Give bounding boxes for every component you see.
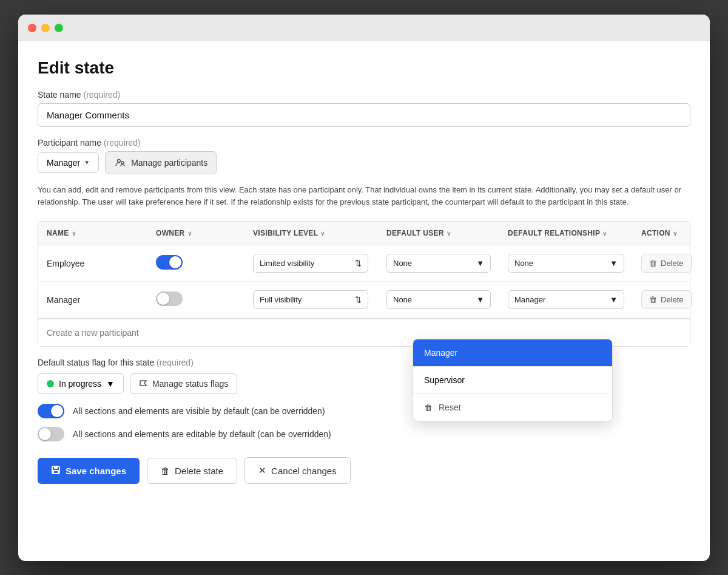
editable-toggle-row: All sections and elements are editable b… bbox=[38, 427, 690, 441]
svg-point-0 bbox=[118, 159, 121, 162]
save-button[interactable]: Save changes bbox=[38, 458, 140, 484]
participant-row: Manager ▼ Manage participants bbox=[38, 151, 690, 174]
row-name: Manager bbox=[38, 287, 147, 313]
minimize-button[interactable] bbox=[41, 24, 50, 32]
svg-point-1 bbox=[121, 162, 124, 164]
status-dot-icon bbox=[47, 380, 54, 387]
table-row: Employee Limited visibility ⇅ bbox=[38, 245, 690, 282]
sort-icon[interactable]: ∨ bbox=[602, 230, 607, 237]
trash-icon: 🗑 bbox=[649, 259, 657, 268]
participant-dropdown[interactable]: Manager ▼ bbox=[38, 152, 99, 173]
default-user-dropdown[interactable]: None ▼ bbox=[386, 290, 491, 309]
chevron-down-icon: ▼ bbox=[84, 159, 90, 166]
trash-icon: 🗑 bbox=[424, 403, 433, 412]
default-relationship-dropdown[interactable]: None ▼ bbox=[508, 254, 624, 273]
application-window: Edit state State name (required) Partici… bbox=[18, 15, 710, 561]
col-action: ACTION ∨ bbox=[633, 222, 710, 245]
participants-table: NAME ∨ OWNER ∨ VISIBILITY LEVEL ∨ DEFAUL… bbox=[38, 221, 690, 347]
svg-rect-4 bbox=[53, 471, 58, 474]
manage-flags-button[interactable]: Manage status flags bbox=[130, 373, 237, 394]
maximize-button[interactable] bbox=[55, 24, 63, 32]
default-user-dropdown[interactable]: None ▼ bbox=[386, 254, 491, 273]
sort-icon[interactable]: ∨ bbox=[187, 230, 192, 237]
row-visibility: Full visibility ⇅ bbox=[244, 282, 378, 318]
users-icon bbox=[114, 157, 126, 169]
table-header: NAME ∨ OWNER ∨ VISIBILITY LEVEL ∨ DEFAUL… bbox=[38, 222, 690, 245]
delete-button[interactable]: 🗑 Delete bbox=[641, 290, 692, 309]
row-action: 🗑 Delete bbox=[633, 282, 710, 318]
bottom-actions: Save changes 🗑 Delete state ✕ Cancel cha… bbox=[38, 457, 690, 484]
svg-rect-3 bbox=[54, 466, 58, 469]
chevron-down-icon: ▼ bbox=[610, 259, 618, 268]
state-name-label: State name (required) bbox=[38, 90, 690, 100]
visibility-select[interactable]: Limited visibility ⇅ bbox=[253, 254, 368, 273]
chevron-down-icon: ▼ bbox=[106, 379, 115, 389]
col-owner: OWNER ∨ bbox=[147, 222, 244, 245]
editable-toggle[interactable] bbox=[38, 427, 64, 441]
sort-icon[interactable]: ∨ bbox=[320, 230, 325, 237]
relationship-dropdown-menu: Manager Supervisor 🗑 Reset bbox=[413, 339, 613, 421]
cancel-button[interactable]: ✕ Cancel changes bbox=[244, 457, 351, 484]
col-name: NAME ∨ bbox=[38, 222, 147, 245]
sort-icon[interactable]: ∨ bbox=[447, 230, 451, 237]
chevron-down-icon: ▼ bbox=[610, 295, 618, 304]
row-default-user: None ▼ bbox=[378, 245, 499, 281]
row-default-relationship: None ▼ bbox=[499, 245, 633, 281]
col-default-relationship: DEFAULT RELATIONSHIP ∨ bbox=[499, 222, 633, 245]
visibility-toggle[interactable] bbox=[38, 404, 64, 418]
row-action: 🗑 Delete bbox=[633, 245, 710, 281]
owner-toggle[interactable] bbox=[156, 255, 183, 270]
dropdown-item-reset[interactable]: 🗑 Reset bbox=[413, 394, 612, 421]
page-content: Edit state State name (required) Partici… bbox=[18, 41, 710, 502]
row-visibility: Limited visibility ⇅ bbox=[244, 245, 378, 281]
flag-icon bbox=[139, 379, 147, 388]
state-name-input[interactable] bbox=[38, 103, 690, 127]
page-title: Edit state bbox=[38, 58, 690, 78]
spin-icon: ⇅ bbox=[355, 259, 362, 268]
row-owner bbox=[147, 283, 244, 316]
dropdown-item-supervisor[interactable]: Supervisor bbox=[413, 367, 612, 393]
col-default-user: DEFAULT USER ∨ bbox=[378, 222, 499, 245]
sort-icon[interactable]: ∨ bbox=[673, 230, 677, 237]
save-icon bbox=[51, 465, 61, 477]
close-button[interactable] bbox=[28, 24, 36, 32]
status-dropdown[interactable]: In progress ▼ bbox=[38, 373, 124, 394]
owner-toggle[interactable] bbox=[156, 291, 183, 306]
dropdown-item-manager[interactable]: Manager bbox=[413, 339, 612, 366]
manage-participants-button[interactable]: Manage participants bbox=[105, 151, 217, 174]
delete-button[interactable]: 🗑 Delete bbox=[641, 254, 692, 273]
col-visibility: VISIBILITY LEVEL ∨ bbox=[244, 222, 378, 245]
row-owner bbox=[147, 247, 244, 280]
chevron-down-icon: ▼ bbox=[476, 295, 484, 304]
visibility-select[interactable]: Full visibility ⇅ bbox=[253, 290, 368, 309]
title-bar bbox=[18, 15, 710, 41]
default-relationship-dropdown[interactable]: Manager ▼ bbox=[508, 290, 624, 309]
row-name: Employee bbox=[38, 250, 147, 277]
delete-state-button[interactable]: 🗑 Delete state bbox=[147, 458, 237, 484]
chevron-down-icon: ▼ bbox=[476, 259, 484, 268]
participant-name-label: Participant name (required) bbox=[38, 138, 690, 148]
sort-icon[interactable]: ∨ bbox=[72, 230, 76, 237]
row-default-relationship: Manager ▼ bbox=[499, 282, 633, 318]
close-icon: ✕ bbox=[258, 465, 266, 476]
trash-icon: 🗑 bbox=[161, 466, 170, 476]
spin-icon: ⇅ bbox=[355, 295, 362, 304]
table-row: Manager Full visibility ⇅ bbox=[38, 282, 690, 318]
trash-icon: 🗑 bbox=[649, 295, 657, 304]
info-text: You can add, edit and remove participant… bbox=[38, 184, 690, 209]
row-default-user: None ▼ bbox=[378, 282, 499, 318]
